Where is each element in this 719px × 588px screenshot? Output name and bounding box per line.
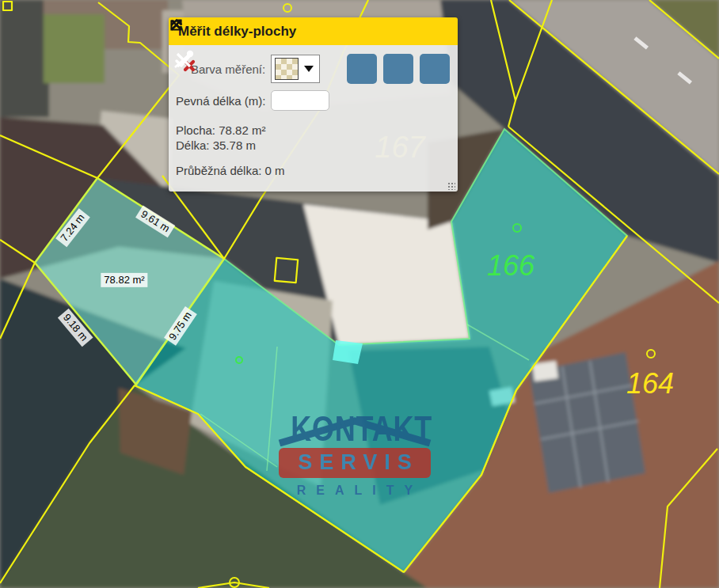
dialog-resize-handle[interactable] [447,181,455,190]
fixed-length-label: Pevná délka (m): [176,94,265,108]
fixed-length-input[interactable] [271,90,329,111]
dialog-body: Barva měření: [169,45,458,192]
highlighted-parcels-polygon [135,129,627,572]
area-readout: Plocha: 78.82 m² [176,123,451,138]
delete-measurement-button[interactable] [347,54,377,84]
dropdown-arrow-icon [304,66,314,72]
running-length-readout: Průběžná délka: 0 m [176,164,451,177]
measure-color-label: Barva měření: [191,63,265,76]
dialog-titlebar[interactable]: Měřit délky-plochy [169,17,458,45]
cancel-measurement-button[interactable] [383,54,413,84]
color-swatch-checkerboard [275,58,299,80]
parcel-number-164: 164 [626,367,674,400]
road-markings [633,36,692,84]
measure-color-picker[interactable] [271,55,320,83]
confirm-measurement-button[interactable] [420,54,450,84]
parcel-number-166: 166 [487,249,534,283]
dialog-title: Měřit délky-plochy [178,24,296,40]
measured-area-label: 78.82 m² [101,273,147,287]
bright-highlight-patch [333,340,363,364]
length-readout: Délka: 35.78 m [176,138,451,153]
measure-dialog: Měřit délky-plochy Barva měření: [169,17,458,192]
map-viewport[interactable]: 167 166 164 7.24 m 9.61 m 9.75 m 9.18 m … [0,0,719,588]
checkmark-icon [169,45,199,75]
close-icon[interactable] [169,17,184,32]
